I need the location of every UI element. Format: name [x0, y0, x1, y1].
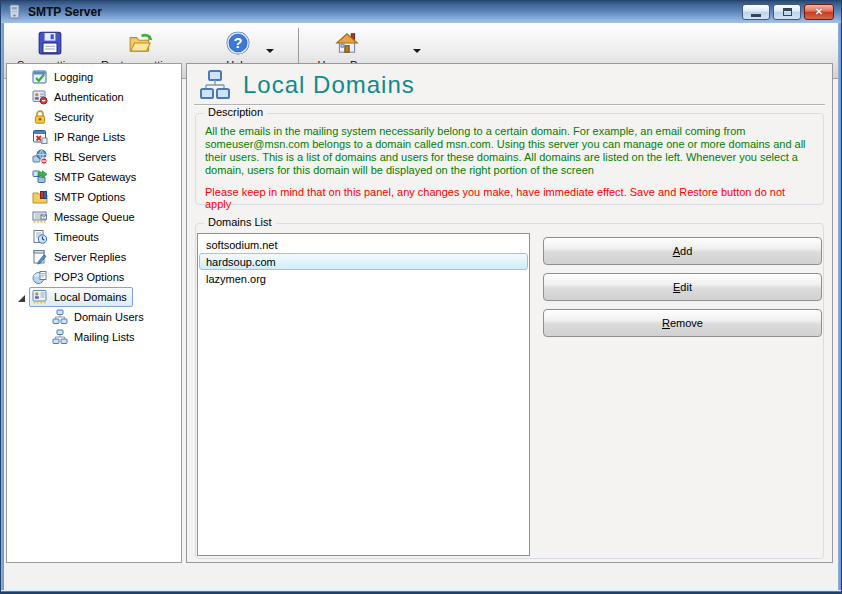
maximize-icon — [783, 8, 792, 16]
smtp-gateways-icon — [32, 169, 48, 185]
page-title: Local Domains — [243, 71, 415, 99]
window-frame-right — [838, 23, 841, 593]
description-groupbox: Description All the emails in the mailin… — [195, 113, 824, 205]
sidebar-item-message-queue[interactable]: Message Queue — [7, 207, 181, 227]
description-text: All the emails in the mailing system nec… — [205, 125, 814, 177]
app-icon — [7, 4, 23, 20]
domain-list-item-selected[interactable]: hardsoup.com — [199, 253, 528, 270]
domain-action-buttons: Add Edit Remove — [543, 237, 822, 345]
server-replies-icon — [32, 249, 48, 265]
ip-range-lists-icon — [32, 129, 48, 145]
domain-list-item[interactable]: lazymen.org — [199, 270, 528, 287]
description-legend: Description — [204, 106, 267, 118]
timeouts-icon — [32, 229, 48, 245]
save-icon — [37, 30, 63, 56]
sidebar-item-domain-users[interactable]: Domain Users — [7, 307, 181, 327]
home-page-dropdown-arrow[interactable] — [413, 49, 421, 53]
local-domains-icon — [32, 289, 48, 305]
remove-button[interactable]: Remove — [543, 309, 822, 337]
domain-list-item[interactable]: softsodium.net — [199, 236, 528, 253]
window-frame-bottom — [1, 590, 841, 593]
description-warning-text: Please keep in mind that on this panel, … — [205, 186, 814, 210]
sidebar-item-security[interactable]: Security — [7, 107, 181, 127]
sidebar-tree: Logging Authentication — [6, 63, 182, 563]
domains-list-legend: Domains List — [204, 216, 276, 228]
sidebar-item-rbl-servers[interactable]: RBL Servers — [7, 147, 181, 167]
sidebar-item-authentication[interactable]: Authentication — [7, 87, 181, 107]
sidebar-item-pop3-options[interactable]: POP3 Options — [7, 267, 181, 287]
network-icon — [52, 329, 68, 345]
network-icon — [52, 309, 68, 325]
titlebar[interactable]: SMTP Server ✕ — [1, 1, 841, 23]
home-icon — [334, 30, 360, 56]
help-dropdown-arrow[interactable] — [266, 49, 274, 53]
sidebar-item-ip-range-lists[interactable]: IP Range Lists — [7, 127, 181, 147]
close-button[interactable]: ✕ — [804, 4, 834, 20]
smtp-server-window: SMTP Server ✕ Save settings — [0, 0, 842, 594]
sidebar-item-local-domains[interactable]: Local Domains — [7, 287, 181, 307]
local-domains-header-icon — [199, 69, 231, 101]
authentication-icon — [32, 89, 48, 105]
sidebar-item-smtp-options[interactable]: SMTP Options — [7, 187, 181, 207]
smtp-options-icon — [32, 189, 48, 205]
minimize-icon — [751, 14, 761, 17]
minimize-button[interactable] — [742, 4, 770, 20]
maximize-button[interactable] — [773, 4, 801, 20]
security-icon — [32, 109, 48, 125]
pop3-options-icon — [32, 269, 48, 285]
sidebar-item-mailing-lists[interactable]: Mailing Lists — [7, 327, 181, 347]
logging-icon — [32, 69, 48, 85]
sidebar-item-server-replies[interactable]: Server Replies — [7, 247, 181, 267]
main-panel: Local Domains Description All the emails… — [186, 63, 833, 563]
window-title: SMTP Server — [28, 5, 102, 19]
edit-button[interactable]: Edit — [543, 273, 822, 301]
window-frame-left — [1, 23, 4, 593]
close-icon: ✕ — [815, 7, 823, 17]
header-divider — [194, 104, 825, 106]
window-controls: ✕ — [742, 4, 834, 20]
sidebar-item-timeouts[interactable]: Timeouts — [7, 227, 181, 247]
message-queue-icon — [32, 209, 48, 225]
sidebar-item-smtp-gateways[interactable]: SMTP Gateways — [7, 167, 181, 187]
page-header: Local Domains — [199, 69, 415, 101]
svg-text:?: ? — [233, 35, 242, 51]
sidebar-item-logging[interactable]: Logging — [7, 67, 181, 87]
domains-listbox[interactable]: softsodium.net hardsoup.com lazymen.org — [197, 233, 530, 556]
rbl-servers-icon — [32, 149, 48, 165]
add-button[interactable]: Add — [543, 237, 822, 265]
expander-icon[interactable] — [18, 295, 25, 302]
restore-folder-icon — [128, 30, 154, 56]
help-icon: ? — [225, 30, 251, 56]
